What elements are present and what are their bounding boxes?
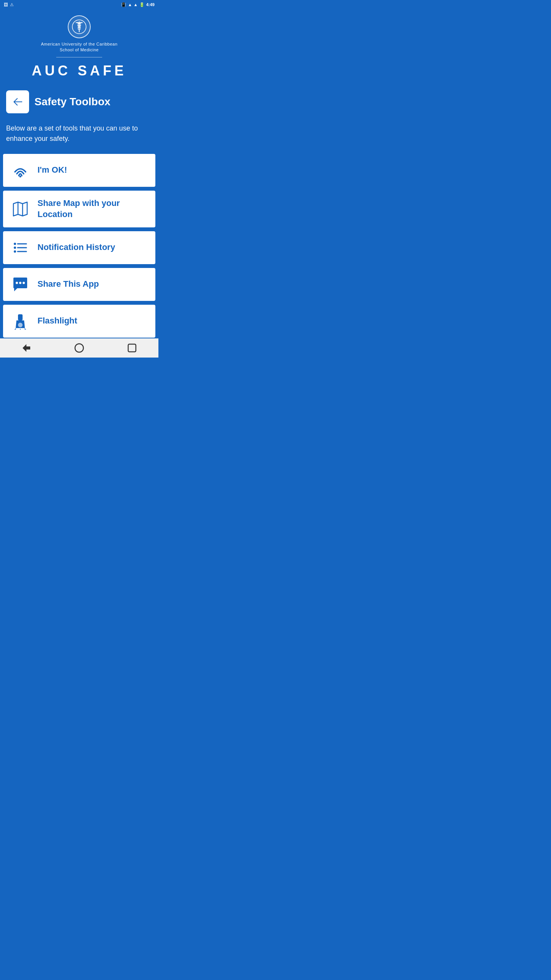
status-bar: 🖼 ⚠ 📳 ▲ ▲ 🔋 4:49 xyxy=(0,0,158,9)
nav-recent-button[interactable] xyxy=(119,340,145,356)
map-icon xyxy=(11,199,30,219)
svg-point-7 xyxy=(14,247,16,249)
nav-back-button[interactable] xyxy=(13,340,39,356)
share-map-label: Share Map with your Location xyxy=(37,198,148,220)
university-logo xyxy=(68,15,91,38)
svg-rect-14 xyxy=(18,314,23,320)
svg-point-11 xyxy=(16,282,18,284)
tools-list: I'm OK! Share Map with your Location xyxy=(0,153,158,338)
bottom-navigation xyxy=(0,338,158,358)
svg-rect-21 xyxy=(128,344,136,352)
svg-line-18 xyxy=(25,329,27,330)
nav-home-icon xyxy=(74,343,85,353)
header-divider xyxy=(56,57,102,57)
signal-icon: ▲ xyxy=(134,2,138,7)
chat-icon xyxy=(11,275,30,294)
list-icon xyxy=(11,238,30,257)
svg-point-5 xyxy=(14,243,16,245)
back-section: Safety Toolbox xyxy=(0,87,158,117)
notification-history-label: Notification History xyxy=(37,242,115,253)
svg-point-15 xyxy=(18,323,23,327)
nav-recent-icon xyxy=(127,343,137,353)
battery-icon: 🔋 xyxy=(139,2,145,7)
logo-svg xyxy=(72,19,87,34)
flashlight-tool[interactable]: Flashlight xyxy=(2,304,156,338)
svg-point-9 xyxy=(14,250,16,253)
flashlight-icon xyxy=(11,312,30,331)
share-app-tool[interactable]: Share This App xyxy=(2,267,156,302)
back-arrow-icon xyxy=(11,95,24,109)
warning-icon: ⚠ xyxy=(10,2,14,7)
status-bar-right: 📳 ▲ ▲ 🔋 4:49 xyxy=(121,2,155,7)
svg-marker-19 xyxy=(23,344,30,352)
nav-back-icon xyxy=(21,343,32,353)
svg-point-20 xyxy=(75,344,83,352)
university-name: American University of the Caribbean Sch… xyxy=(41,41,117,53)
svg-point-12 xyxy=(19,282,21,284)
app-title: AUC SAFE xyxy=(32,63,127,79)
back-button[interactable] xyxy=(6,90,29,113)
page-title: Safety Toolbox xyxy=(34,96,111,108)
nav-home-button[interactable] xyxy=(66,340,92,356)
svg-point-2 xyxy=(20,175,21,177)
im-ok-tool[interactable]: I'm OK! xyxy=(2,153,156,188)
svg-point-13 xyxy=(23,282,25,284)
flashlight-label: Flashlight xyxy=(37,315,77,327)
vibrate-icon: 📳 xyxy=(121,2,126,7)
share-app-label: Share This App xyxy=(37,279,99,290)
signal-icon xyxy=(11,161,30,180)
image-icon: 🖼 xyxy=(4,2,8,7)
status-bar-left-icons: 🖼 ⚠ xyxy=(4,2,14,7)
page-description: Below are a set of tools that you can us… xyxy=(0,117,158,153)
notification-history-tool[interactable]: Notification History xyxy=(2,230,156,265)
share-map-tool[interactable]: Share Map with your Location xyxy=(2,190,156,228)
wifi-icon: ▲ xyxy=(128,2,132,7)
time-display: 4:49 xyxy=(146,2,155,7)
im-ok-label: I'm OK! xyxy=(37,165,67,176)
svg-line-16 xyxy=(13,329,16,330)
app-header: American University of the Caribbean Sch… xyxy=(0,9,158,87)
